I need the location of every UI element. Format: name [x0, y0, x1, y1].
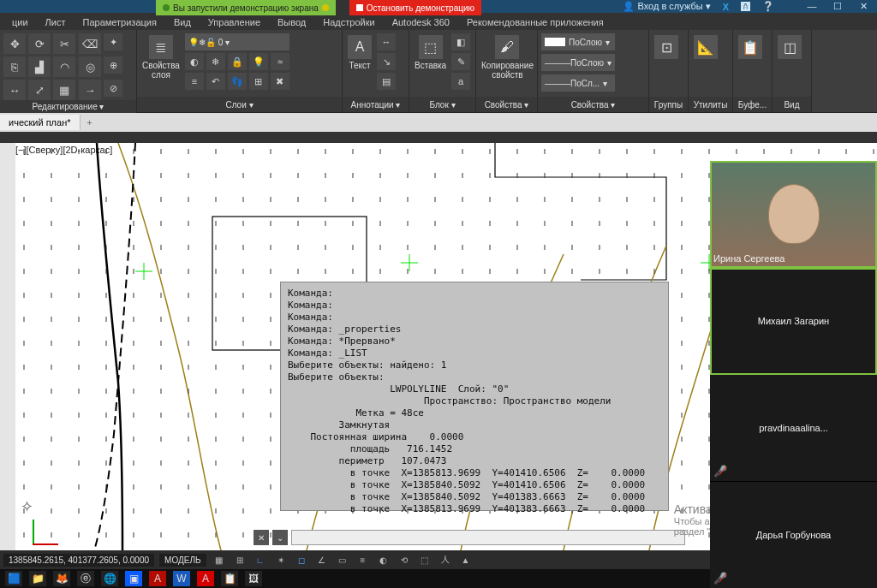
tab-annotations[interactable]: ции [3, 15, 37, 30]
layer-match-button[interactable]: ≈ [271, 53, 289, 70]
util-button[interactable]: 📐 [692, 33, 719, 61]
edit-block-button[interactable]: ✎ [451, 53, 470, 70]
help-icon[interactable]: ❔ [762, 1, 774, 12]
layer-props-button[interactable]: ≣Свойства слоя [140, 33, 182, 81]
join-button[interactable]: ⊕ [104, 56, 122, 74]
taskbar-app-1[interactable]: 🟦 [5, 571, 22, 586]
annomon-toggle[interactable]: 人 [438, 553, 453, 567]
lw-combo[interactable]: ———ПоСлою ▾ [541, 54, 615, 71]
insert-button[interactable]: ⬚Вставка [413, 33, 448, 72]
layer-lock-button[interactable]: 🔒 [228, 53, 247, 70]
command-window[interactable]: Команда: Команда: Команда: Команда: _pro… [280, 282, 669, 511]
move-button[interactable]: ✥ [3, 33, 26, 54]
taskbar-app-5[interactable]: 🌐 [101, 571, 118, 586]
panel-layers[interactable]: Слои ▾ [137, 97, 342, 112]
stretch-button[interactable]: ↔ [3, 80, 26, 100]
lt-combo[interactable]: ———ПоСл... ▾ [541, 74, 615, 92]
left-toolbar[interactable] [0, 143, 15, 550]
taskbar-word[interactable]: W [173, 571, 190, 586]
lw-toggle[interactable]: ≡ [355, 553, 371, 567]
tab-featured[interactable]: Рекомендованные приложения [458, 15, 612, 30]
maximize-button[interactable]: ☐ [829, 1, 846, 12]
file-tab[interactable]: ический план* [0, 115, 81, 130]
tab-manage[interactable]: Управление [200, 15, 269, 30]
layer-off-button[interactable]: 💡 [249, 53, 268, 70]
layer-freeze-button[interactable]: ❄ [206, 53, 225, 70]
compass-icon[interactable]: ✧ [21, 497, 33, 516]
tab-a360[interactable]: Autodesk 360 [384, 15, 458, 30]
taskbar-pdf[interactable]: A [149, 571, 166, 586]
break-button[interactable]: ⊘ [104, 80, 122, 97]
array-button[interactable]: ▦ [53, 80, 75, 100]
video-tile-1[interactable]: Ирина Сергеева [710, 161, 877, 268]
erase-button[interactable]: ⌫ [79, 33, 101, 54]
color-combo[interactable]: ПоСлою ▾ [541, 33, 615, 50]
copy-button[interactable]: ⎘ [3, 56, 26, 77]
taskbar-app-2[interactable]: 📁 [29, 571, 46, 586]
dyn-toggle[interactable]: ▭ [335, 553, 350, 567]
polar-toggle[interactable]: ✶ [273, 553, 289, 567]
trans-toggle[interactable]: ◐ [376, 553, 391, 567]
panel-props2[interactable]: Свойства ▾ [538, 97, 648, 112]
panel-block[interactable]: Блок ▾ [409, 97, 475, 112]
video-tile-4[interactable]: Дарья Горбунова🎤̸ [710, 482, 877, 588]
mirror-button[interactable]: ▟ [28, 56, 51, 77]
panel-props[interactable]: Свойства ▾ [476, 97, 537, 112]
a360-icon[interactable]: 🅰 [741, 2, 750, 12]
attr-button[interactable]: a [451, 73, 470, 90]
layer-merge-button[interactable]: ⊞ [249, 73, 268, 90]
offset-button[interactable]: ◎ [79, 56, 101, 77]
tab-output[interactable]: Вывод [269, 15, 314, 30]
fillet-button[interactable]: ◠ [53, 56, 75, 77]
signin-button[interactable]: 👤 Вход в службы ▾ [623, 1, 710, 12]
match-props-button[interactable]: 🖌Копирование свойств [480, 33, 535, 81]
taskbar-zoom[interactable]: ▣ [125, 571, 142, 586]
coords-readout[interactable]: 1385845.2615, 401377.2605, 0.0000 [3, 554, 154, 567]
create-block-button[interactable]: ◧ [451, 33, 470, 50]
osnap-toggle[interactable]: ◻ [294, 553, 309, 567]
grid-toggle[interactable]: ▦ [212, 553, 227, 567]
cmd-recent-button[interactable]: ⌄ [272, 530, 288, 545]
extend-button[interactable]: → [79, 80, 101, 100]
cmd-close-button[interactable]: ✕ [254, 530, 269, 545]
leader-button[interactable]: ↘ [377, 53, 396, 70]
trim-button[interactable]: ✂ [53, 33, 75, 54]
rotate-button[interactable]: ⟳ [28, 33, 51, 54]
panel-edit[interactable]: Редактирование ▾ [0, 100, 136, 113]
layer-iso-button[interactable]: ◐ [185, 53, 204, 70]
snap-toggle[interactable]: ⊞ [232, 553, 248, 567]
exchange-icon[interactable]: X [723, 2, 729, 12]
3d-toggle[interactable]: ⬚ [417, 553, 433, 567]
layer-state-button[interactable]: ≡ [185, 73, 204, 90]
video-tile-3[interactable]: pravdinaaalina...🎤̸ [710, 375, 877, 482]
stop-share-button[interactable]: Остановить демонстрацию [349, 0, 481, 15]
taskbar-autocad[interactable]: A [197, 571, 214, 586]
cycle-toggle[interactable]: ⟲ [397, 553, 412, 567]
taskbar-app-10[interactable]: 📋 [221, 571, 238, 586]
table-button[interactable]: ▤ [377, 73, 396, 90]
new-tab-button[interactable]: + [81, 117, 99, 128]
tab-view[interactable]: Вид [165, 15, 200, 30]
close-button[interactable]: ✕ [855, 1, 872, 12]
annoscale-toggle[interactable]: ▲ [458, 553, 474, 567]
video-tile-2[interactable]: Михаил Загарин [710, 268, 877, 375]
scale-button[interactable]: ⤢ [28, 80, 51, 100]
text-button[interactable]: AТекст [346, 33, 373, 72]
explode-button[interactable]: ✦ [104, 33, 122, 50]
view-button[interactable]: ◫ [776, 33, 803, 61]
taskbar-app-11[interactable]: 🖼 [245, 571, 262, 586]
otrack-toggle[interactable]: ∠ [314, 553, 330, 567]
layer-del-button[interactable]: ✖ [271, 73, 289, 90]
tab-parametric[interactable]: Параметризация [75, 15, 165, 30]
taskbar-app-3[interactable]: 🦊 [53, 571, 70, 586]
dim-button[interactable]: ↔ [377, 33, 396, 50]
tab-addins[interactable]: Надстройки [314, 15, 383, 30]
panel-annotation[interactable]: Аннотации ▾ [343, 97, 409, 112]
model-button[interactable]: МОДЕЛЬ [159, 554, 206, 567]
layer-combo[interactable]: 💡❄🔓 0 ▾ [185, 33, 289, 50]
ortho-toggle[interactable]: ∟ [253, 553, 268, 567]
tab-sheet[interactable]: Лист [37, 15, 75, 30]
taskbar-app-4[interactable]: ⓔ [77, 571, 94, 586]
layer-prev-button[interactable]: ↶ [206, 73, 225, 90]
command-input[interactable] [291, 530, 685, 545]
